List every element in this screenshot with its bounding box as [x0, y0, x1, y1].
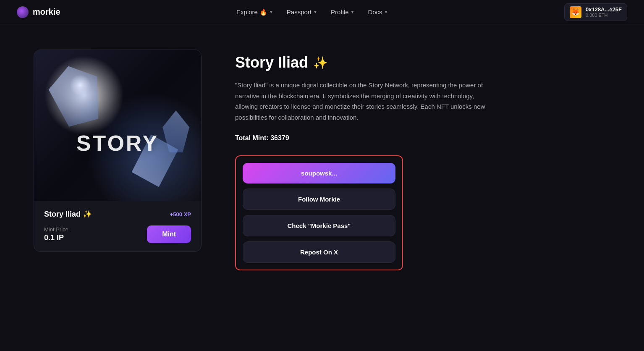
price-label: Mint Price: — [44, 226, 70, 233]
wallet-balance: 0.000 ETH — [586, 13, 622, 18]
nav-explore[interactable]: Explore 🔥 ▼ — [231, 6, 278, 18]
wallet-info: 0x128A...e25F 0.000 ETH — [586, 6, 622, 18]
nft-image-text: STORY — [76, 131, 159, 156]
nft-card-title: Story Iliad ✨ — [44, 210, 92, 219]
chevron-down-icon: ▼ — [269, 10, 273, 14]
wallet-button[interactable]: 🦊 0x128A...e25F 0.000 ETH — [564, 3, 627, 21]
nft-details-title: Story Iliad ✨ — [235, 54, 610, 71]
main-nav: Explore 🔥 ▼ Passport ▼ Profile ▼ Docs ▼ — [231, 6, 393, 18]
nft-details: Story Iliad ✨ "Story Iliad" is a unique … — [235, 50, 610, 270]
nft-description: "Story Iliad" is a unique digital collec… — [235, 80, 487, 123]
chevron-down-icon: ▼ — [384, 10, 388, 14]
logo-area[interactable]: morkie — [17, 6, 60, 18]
crystal-shape-1 — [44, 60, 108, 129]
check-morkie-pass-button[interactable]: Check "Morkie Pass" — [243, 215, 395, 236]
nft-image: STORY — [34, 50, 201, 201]
chevron-down-icon: ▼ — [350, 10, 354, 14]
nft-card-info: Story Iliad ✨ +500 XP Mint Price: 0.1 IP… — [34, 201, 201, 251]
nav-profile[interactable]: Profile ▼ — [326, 6, 359, 18]
follow-morkie-button[interactable]: Follow Morkie — [243, 189, 395, 210]
main-content: STORY Story Iliad ✨ +500 XP Mint Price: … — [0, 24, 644, 296]
mint-button[interactable]: Mint — [147, 225, 191, 243]
repost-on-x-button[interactable]: Repost On X — [243, 241, 395, 263]
price-value: 0.1 IP — [44, 233, 70, 242]
logo-icon — [17, 6, 29, 18]
xp-badge: +500 XP — [170, 211, 191, 217]
total-mint: Total Mint: 36379 — [235, 134, 610, 142]
primary-action-button[interactable]: soupowsk... — [243, 163, 395, 183]
nav-docs[interactable]: Docs ▼ — [363, 6, 393, 18]
nav-passport[interactable]: Passport ▼ — [282, 6, 322, 18]
logo-text: morkie — [33, 7, 60, 17]
sparkle-icon: ✨ — [313, 56, 328, 70]
nft-card: STORY Story Iliad ✨ +500 XP Mint Price: … — [34, 50, 202, 252]
chevron-down-icon: ▼ — [313, 10, 317, 14]
wallet-avatar: 🦊 — [570, 6, 581, 18]
wallet-address: 0x128A...e25F — [586, 6, 622, 13]
action-box: soupowsk... Follow Morkie Check "Morkie … — [235, 155, 403, 270]
header: morkie Explore 🔥 ▼ Passport ▼ Profile ▼ … — [0, 0, 644, 24]
